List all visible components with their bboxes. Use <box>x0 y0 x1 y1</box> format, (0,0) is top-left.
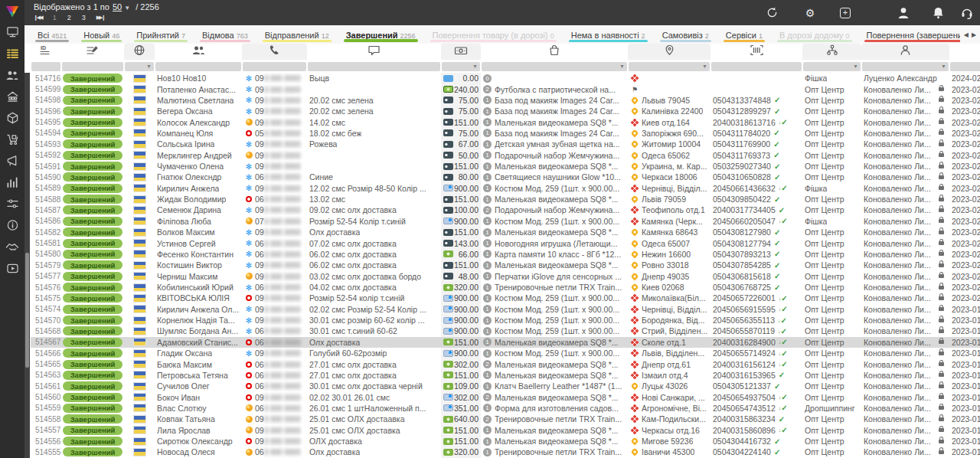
filter-input-money[interactable]: ▼ <box>442 62 480 71</box>
order-row-514574[interactable]: 514574ЗавершенийКирилич Анжела Ол...✻098… <box>31 304 980 315</box>
add-new-icon[interactable]: + <box>840 0 851 25</box>
order-row-514592[interactable]: 514592ЗавершенийМерклингер Андрей098 888… <box>31 150 980 161</box>
order-row-514558[interactable]: 514558ЗавершенийКовпак Татьяна098 888 88… <box>31 414 980 424</box>
support-icon[interactable] <box>960 0 974 25</box>
column-header-comment[interactable] <box>307 44 441 60</box>
filter-input-status[interactable] <box>62 62 123 71</box>
order-row-514566[interactable]: 514566ЗавершенийГладик Оксана✻098 888 88… <box>31 348 980 358</box>
filter-input-comment[interactable] <box>308 62 440 71</box>
sidebar-item-company[interactable] <box>0 87 24 109</box>
order-row-514588[interactable]: 514588ЗавершенийЖидак Володимир068 888 8… <box>31 194 980 204</box>
order-row-514559[interactable]: 514559ЗавершенийВлас Слотюу068 888 88882… <box>31 403 980 414</box>
order-row-514595[interactable]: 514595ЗавершенийКолосок Александр098 888… <box>31 116 980 127</box>
page-button-3[interactable]: 3 <box>82 14 86 21</box>
filter-input-id[interactable] <box>31 62 60 71</box>
tab-9[interactable]: Самовивіз2 <box>654 25 717 44</box>
order-row-514557[interactable]: 514557ЗавершенийЛила Ярослав098 888 8888… <box>31 425 980 436</box>
sidebar-item-dashboard[interactable] <box>0 23 24 44</box>
order-row-514598[interactable]: 514598ЗавершенийМалютина Светлана✻098 88… <box>31 95 980 106</box>
order-row-514577[interactable]: 514577ЗавершенийЧерниш Максим098 888 888… <box>31 270 980 281</box>
sidebar-item-orders[interactable] <box>0 44 24 66</box>
refresh-icon[interactable] <box>766 0 779 25</box>
order-row-514570[interactable]: 514570ЗавершенийКорнелюк Надія Та...✻098… <box>31 315 980 326</box>
tab-2[interactable]: Новый46 <box>75 25 128 44</box>
order-row-514561[interactable]: 514561ЗавершенийСучилов Олег068 888 8888… <box>31 381 980 391</box>
tab-10[interactable]: Сервіси1 <box>717 25 771 44</box>
tab-8[interactable]: Нема в наявності2 <box>563 25 654 44</box>
sidebar-item-settings-sliders[interactable] <box>0 195 24 216</box>
per-page-select[interactable]: 50 <box>113 2 122 11</box>
sidebar-item-procurement[interactable] <box>0 130 24 152</box>
order-row-514593[interactable]: 514593ЗавершенийСольська Ірина✻098 888 8… <box>31 139 980 149</box>
column-header-id[interactable]: ID <box>31 44 61 60</box>
order-row-514586[interactable]: 514586ЗавершенийФіліпова Люба078 888 888… <box>31 216 980 227</box>
column-header-status[interactable] <box>61 44 124 60</box>
order-row-514590[interactable]: 514590ЗавершенийГнатюк Олексндр✻068 888 … <box>31 172 980 182</box>
column-header-manager[interactable] <box>861 44 949 60</box>
order-row-514579[interactable]: 514579ЗавершенийКостишин Виктор✻098 888 … <box>31 260 980 270</box>
tab-5[interactable]: Відправлений12 <box>256 25 338 44</box>
sidebar-item-marketing[interactable] <box>0 152 24 173</box>
tab-4[interactable]: Відмова763 <box>194 25 256 44</box>
tabs-scroll-left-icon[interactable]: ◀ <box>964 31 969 38</box>
order-row-514596[interactable]: 514596ЗавершенийВегера Оксана✻098 888 88… <box>31 106 980 116</box>
column-header-client[interactable] <box>155 44 242 60</box>
tab-6[interactable]: Завершений2256 <box>338 25 424 44</box>
filter-input-flag[interactable]: ▼ <box>125 62 154 71</box>
sidebar-item-clients[interactable] <box>0 66 24 87</box>
notifications-icon[interactable] <box>932 0 945 25</box>
order-row-514587[interactable]: 514587ЗавершенийСеменюк Дарина✻098 888 8… <box>31 204 980 215</box>
filter-input-product[interactable]: ▼ <box>482 62 627 71</box>
filter-input-fulfillment[interactable]: ▼ <box>803 62 861 71</box>
order-row-514563[interactable]: 514563ЗавершенийПетровська Тетяна068 888… <box>31 370 980 381</box>
tab-7[interactable]: Повернення товару (в дорозі)0 <box>424 25 563 44</box>
order-row-514560[interactable]: 514560ЗавершенийБокоч Иван098 888 888802… <box>31 391 980 402</box>
order-row-514589[interactable]: 514589ЗавершенийКирилич Анжела✻098 888 8… <box>31 183 980 194</box>
page-button-1[interactable]: 1 <box>53 14 57 21</box>
sidebar-item-partnership[interactable] <box>0 237 24 259</box>
settings-gear-icon[interactable]: ⚙ <box>799 0 822 25</box>
sidebar-item-video-tutorials[interactable] <box>0 259 24 280</box>
filter-input-manager[interactable]: ▼ <box>862 62 949 71</box>
column-header-ttn[interactable] <box>710 44 802 60</box>
order-row-514580[interactable]: 514580ЗавершенийФесенко Константин✻068 8… <box>31 249 980 260</box>
column-header-flag[interactable] <box>124 44 155 60</box>
tabs-scroll-right-icon[interactable]: ▶ <box>972 31 976 38</box>
filter-input-phone[interactable] <box>243 62 306 71</box>
scrollbar-thumb[interactable] <box>25 253 29 368</box>
filter-input-client[interactable] <box>155 62 241 71</box>
sidebar-item-statistics[interactable] <box>0 173 24 195</box>
sidebar-item-info[interactable] <box>0 216 24 237</box>
filter-input-delivery[interactable]: ▼ <box>629 62 710 71</box>
order-row-514565[interactable]: 514565ЗавершенийБаюка Максим068 888 8888… <box>31 358 980 369</box>
tab-3[interactable]: Прийнятий7 <box>128 25 194 44</box>
order-row-514567[interactable]: 514567ЗавершенийАдамовский Станис...068 … <box>31 337 980 348</box>
order-row-514576[interactable]: 514576ЗавершенийКобилинський Юрий✻068 88… <box>31 282 980 293</box>
filter-input-ttn[interactable] <box>711 62 802 71</box>
order-row-514599[interactable]: 514599ЗавершенийПотапенко Анастас...✻098… <box>31 83 980 94</box>
column-header-money[interactable] <box>441 44 481 60</box>
filter-input-date[interactable] <box>950 62 980 71</box>
order-row-514556[interactable]: 514556ЗавершенийСиротюк Олександр098 888… <box>31 436 980 447</box>
sidebar-item-products[interactable] <box>0 109 24 130</box>
order-row-514568[interactable]: 514568ЗавершенийШумляс Богдана Ан...✻068… <box>31 326 980 336</box>
page-button-2[interactable]: 2 <box>67 14 71 21</box>
tab-1[interactable]: Всі4521 <box>29 25 75 44</box>
order-row-514581[interactable]: 514581ЗавершенийУстинов Сергей✻068 888 8… <box>31 237 980 248</box>
order-row-514582[interactable]: 514582ЗавершенийВолков Максим✻098 888 88… <box>31 227 980 237</box>
order-row-514591[interactable]: 514591ЗавершенийЧумаченко Олена✻098 888 … <box>31 161 980 172</box>
order-row-514716[interactable]: 514716ЗавершенийНов10 Нов10✻098 888 8888… <box>31 73 980 83</box>
column-header-delivery[interactable] <box>628 44 710 60</box>
column-header-date[interactable] <box>949 44 980 60</box>
first-page-button[interactable]: ❙◀◀ <box>34 15 42 21</box>
order-row-514575[interactable]: 514575ЗавершенийКВІТОВСЬКА ЮЛІЯ098 888 8… <box>31 293 980 303</box>
vertical-scrollbar[interactable] <box>24 73 30 458</box>
order-row-514555[interactable]: 514555ЗавершенийНовосад Олеся068 888 888… <box>31 447 980 457</box>
column-header-fulfillment[interactable] <box>802 44 861 60</box>
profile-icon[interactable] <box>897 0 910 25</box>
order-row-514594[interactable]: 514594ЗавершенийКомпанец Юля058 888 8888… <box>31 128 980 139</box>
app-logo[interactable] <box>0 0 24 23</box>
last-page-button[interactable]: ▶▶❙ <box>96 15 105 21</box>
tab-11[interactable]: В дорозі додому0 <box>771 25 858 44</box>
column-header-product[interactable] <box>481 44 628 60</box>
